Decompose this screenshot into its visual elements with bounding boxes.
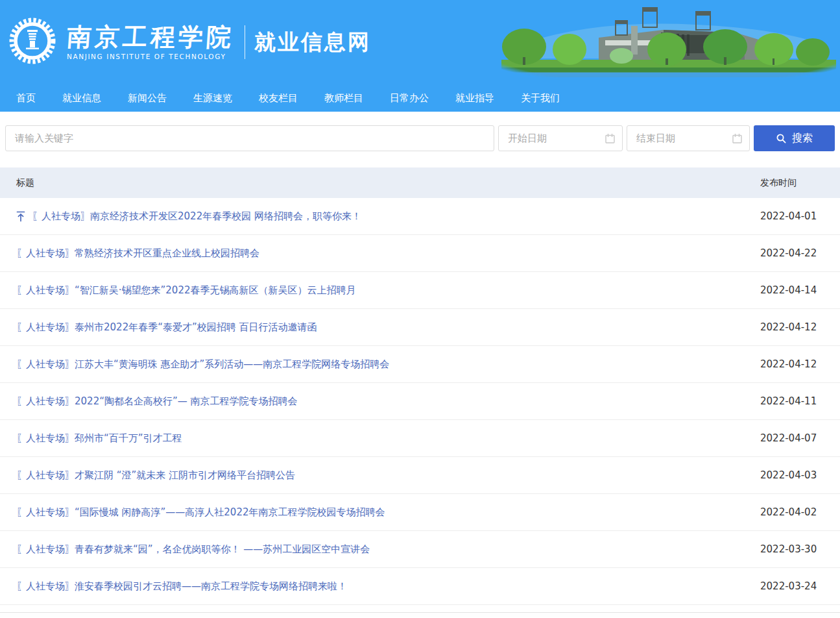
row-title-cell: 〖人社专场〗南京经济技术开发区2022年春季校园 网络招聘会，职等你来！ bbox=[0, 210, 760, 223]
announcement-link[interactable]: 〖人社专场〗江苏大丰“黄海明珠 惠企助才”系列活动——南京工程学院网络专场招聘会 bbox=[16, 358, 389, 371]
table-row[interactable]: 〖人社专场〗南京经济技术开发区2022年春季校园 网络招聘会，职等你来！ 202… bbox=[0, 198, 840, 235]
school-name-en: NANJING INSTITUTE OF TECHNOLOGY bbox=[67, 53, 234, 60]
school-name-cn: 南京工程学院 bbox=[66, 24, 235, 51]
announcement-link[interactable]: 〖人社专场〗淮安春季校园引才云招聘——南京工程学院专场网络招聘来啦！ bbox=[16, 580, 347, 593]
row-title-cell: 〖人社专场〗2022“陶都名企高校行”— 南京工程学院专场招聘会 bbox=[0, 395, 760, 408]
column-header-date: 发布时间 bbox=[760, 177, 840, 189]
row-title-cell: 〖人社专场〗邳州市“百千万”引才工程 bbox=[0, 432, 760, 445]
publish-date: 2022-04-11 bbox=[760, 395, 840, 407]
announcement-link[interactable]: 〖人社专场〗泰州市2022年春季“泰爱才”校园招聘 百日行活动邀请函 bbox=[16, 321, 317, 334]
table-row[interactable]: 〖人社专场〗江苏大丰“黄海明珠 惠企助才”系列活动——南京工程学院网络专场招聘会… bbox=[0, 346, 840, 383]
school-seal-logo[interactable] bbox=[8, 17, 56, 68]
row-title-cell: 〖人社专场〗“国际慢城 闲静高淳”——高淳人社2022年南京工程学院校园专场招聘… bbox=[0, 506, 760, 519]
nav-item-jobs[interactable]: 就业信息 bbox=[62, 92, 101, 105]
publish-date: 2022-04-03 bbox=[760, 469, 840, 481]
search-bar: 搜索 bbox=[0, 112, 840, 167]
footer-divider bbox=[0, 612, 840, 617]
list-rows: 〖人社专场〗南京经济技术开发区2022年春季校园 网络招聘会，职等你来！ 202… bbox=[0, 198, 840, 605]
end-date-field[interactable] bbox=[627, 125, 750, 151]
row-title-cell: 〖人社专场〗江苏大丰“黄海明珠 惠企助才”系列活动——南京工程学院网络专场招聘会 bbox=[0, 358, 760, 371]
table-row[interactable]: 〖人社专场〗常熟经济技术开区重点企业线上校园招聘会 2022-04-22 bbox=[0, 235, 840, 272]
nav-item-alumni[interactable]: 校友栏目 bbox=[259, 92, 298, 105]
campus-photo bbox=[501, 6, 836, 79]
announcement-link[interactable]: 〖人社专场〗2022“陶都名企高校行”— 南京工程学院专场招聘会 bbox=[16, 395, 297, 408]
brand: 南京工程学院 NANJING INSTITUTE OF TECHNOLOGY 就… bbox=[0, 0, 371, 84]
search-button[interactable]: 搜索 bbox=[754, 125, 835, 151]
announcement-link[interactable]: 〖人社专场〗“国际慢城 闲静高淳”——高淳人社2022年南京工程学院校园专场招聘… bbox=[16, 506, 385, 519]
row-title-cell: 〖人社专场〗才聚江阴 “澄”就未来 江阴市引才网络平台招聘公告 bbox=[0, 469, 760, 482]
publish-date: 2022-04-12 bbox=[760, 321, 840, 333]
end-date-input[interactable] bbox=[627, 126, 749, 151]
nav-item-home[interactable]: 首页 bbox=[16, 92, 36, 105]
row-title-cell: 〖人社专场〗淮安春季校园引才云招聘——南京工程学院专场网络招聘来啦！ bbox=[0, 580, 760, 593]
calendar-icon[interactable] bbox=[605, 133, 616, 147]
row-title-cell: 〖人社专场〗泰州市2022年春季“泰爱才”校园招聘 百日行活动邀请函 bbox=[0, 321, 760, 334]
announcement-list: 标题 发布时间 〖人社专场〗南京经济技术开发区2022年春季校园 网络招聘会，职… bbox=[0, 167, 840, 617]
publish-date: 2022-03-30 bbox=[760, 543, 840, 555]
table-row[interactable]: 〖人社专场〗才聚江阴 “澄”就未来 江阴市引才网络平台招聘公告 2022-04-… bbox=[0, 457, 840, 494]
list-header: 标题 发布时间 bbox=[0, 167, 840, 198]
table-row[interactable]: 〖人社专场〗淮安春季校园引才云招聘——南京工程学院专场网络招聘来啦！ 2022-… bbox=[0, 568, 840, 605]
publish-date: 2022-04-02 bbox=[760, 506, 840, 518]
search-button-label: 搜索 bbox=[792, 132, 813, 145]
table-row[interactable]: 〖人社专场〗2022“陶都名企高校行”— 南京工程学院专场招聘会 2022-04… bbox=[0, 383, 840, 420]
column-header-title: 标题 bbox=[0, 177, 760, 189]
brand-divider bbox=[245, 25, 245, 59]
nav-item-students[interactable]: 生源速览 bbox=[193, 92, 232, 105]
announcement-link[interactable]: 〖人社专场〗南京经济技术开发区2022年春季校园 网络招聘会，职等你来！ bbox=[32, 210, 361, 223]
publish-date: 2022-04-14 bbox=[760, 284, 840, 296]
start-date-field[interactable] bbox=[498, 125, 623, 151]
nav-item-daily-work[interactable]: 日常办公 bbox=[390, 92, 429, 105]
nav-item-teachers[interactable]: 教师栏目 bbox=[324, 92, 363, 105]
publish-date: 2022-04-12 bbox=[760, 358, 840, 370]
keyword-search-input[interactable] bbox=[5, 125, 494, 151]
announcement-link[interactable]: 〖人社专场〗邳州市“百千万”引才工程 bbox=[16, 432, 182, 445]
publish-date: 2022-03-24 bbox=[760, 580, 840, 592]
nav-item-guidance[interactable]: 就业指导 bbox=[455, 92, 494, 105]
table-row[interactable]: 〖人社专场〗“国际慢城 闲静高淳”——高淳人社2022年南京工程学院校园专场招聘… bbox=[0, 494, 840, 531]
announcement-link[interactable]: 〖人社专场〗才聚江阴 “澄”就未来 江阴市引才网络平台招聘公告 bbox=[16, 469, 295, 482]
row-title-cell: 〖人社专场〗青春有梦就来“园”，名企优岗职等你！ ——苏州工业园区空中宣讲会 bbox=[0, 543, 760, 556]
school-name-block: 南京工程学院 NANJING INSTITUTE OF TECHNOLOGY bbox=[67, 24, 234, 61]
main-nav: 首页 就业信息 新闻公告 生源速览 校友栏目 教师栏目 日常办公 就业指导 关于… bbox=[0, 84, 586, 112]
start-date-input[interactable] bbox=[499, 126, 622, 151]
publish-date: 2022-04-22 bbox=[760, 247, 840, 259]
publish-date: 2022-04-01 bbox=[760, 210, 840, 222]
announcement-link[interactable]: 〖人社专场〗青春有梦就来“园”，名企优岗职等你！ ——苏州工业园区空中宣讲会 bbox=[16, 543, 370, 556]
calendar-icon[interactable] bbox=[732, 133, 743, 147]
announcement-link[interactable]: 〖人社专场〗“智汇新吴·锡望您来”2022春季无锡高新区（新吴区）云上招聘月 bbox=[16, 284, 355, 297]
site-header: 南京工程学院 NANJING INSTITUTE OF TECHNOLOGY 就… bbox=[0, 0, 840, 112]
pin-to-top-icon bbox=[16, 211, 25, 222]
nav-item-news[interactable]: 新闻公告 bbox=[128, 92, 167, 105]
search-icon bbox=[776, 133, 787, 144]
table-row[interactable]: 〖人社专场〗泰州市2022年春季“泰爱才”校园招聘 百日行活动邀请函 2022-… bbox=[0, 309, 840, 346]
table-row[interactable]: 〖人社专场〗邳州市“百千万”引才工程 2022-04-07 bbox=[0, 420, 840, 457]
table-row[interactable]: 〖人社专场〗“智汇新吴·锡望您来”2022春季无锡高新区（新吴区）云上招聘月 2… bbox=[0, 272, 840, 309]
row-title-cell: 〖人社专场〗“智汇新吴·锡望您来”2022春季无锡高新区（新吴区）云上招聘月 bbox=[0, 284, 760, 297]
site-name: 就业信息网 bbox=[254, 28, 371, 57]
announcement-link[interactable]: 〖人社专场〗常熟经济技术开区重点企业线上校园招聘会 bbox=[16, 247, 259, 260]
publish-date: 2022-04-07 bbox=[760, 432, 840, 444]
table-row[interactable]: 〖人社专场〗青春有梦就来“园”，名企优岗职等你！ ——苏州工业园区空中宣讲会 2… bbox=[0, 531, 840, 568]
row-title-cell: 〖人社专场〗常熟经济技术开区重点企业线上校园招聘会 bbox=[0, 247, 760, 260]
nav-item-about[interactable]: 关于我们 bbox=[521, 92, 560, 105]
